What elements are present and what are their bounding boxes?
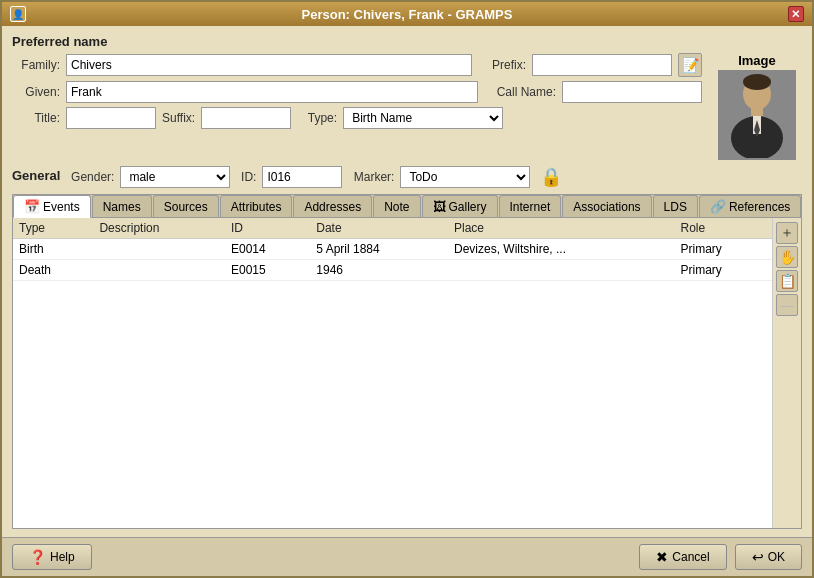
tab-lds-label: LDS (664, 200, 687, 214)
copy-event-button[interactable]: 📋 (776, 270, 798, 292)
tab-associations-label: Associations (573, 200, 640, 214)
tab-lds[interactable]: LDS (653, 195, 698, 217)
tab-events[interactable]: 📅 Events (13, 195, 91, 218)
preferred-name-section: Preferred name Family: Prefix: 📝 Given: (12, 34, 802, 160)
help-label: Help (50, 550, 75, 564)
col-id: ID (225, 218, 310, 239)
suffix-label: Suffix: (162, 111, 195, 125)
ok-label: OK (768, 550, 785, 564)
window-title: Person: Chivers, Frank - GRAMPS (302, 7, 513, 22)
tab-references[interactable]: 🔗 References (699, 195, 801, 217)
title-input[interactable] (66, 107, 156, 129)
tab-sources[interactable]: Sources (153, 195, 219, 217)
tab-note-label: Note (384, 200, 409, 214)
event-type: Birth (13, 239, 93, 260)
edit-event-button[interactable]: ✋ (776, 246, 798, 268)
cancel-label: Cancel (672, 550, 709, 564)
tab-gallery[interactable]: 🖼 Gallery (422, 195, 498, 217)
events-table-main: Type Description ID Date Place Role Birt… (13, 218, 773, 528)
col-description: Description (93, 218, 225, 239)
cancel-button[interactable]: ✖ Cancel (639, 544, 726, 570)
suffix-input[interactable] (201, 107, 291, 129)
prefix-label: Prefix: (478, 58, 526, 72)
tab-internet-label: Internet (510, 200, 551, 214)
tab-names-label: Names (103, 200, 141, 214)
edit-name-button[interactable]: 📝 (678, 53, 702, 77)
given-label: Given: (12, 85, 60, 99)
family-input[interactable] (66, 54, 472, 76)
lock-icon: 🔒 (540, 166, 562, 188)
tab-attributes[interactable]: Attributes (220, 195, 293, 217)
id-input[interactable] (262, 166, 342, 188)
title-label: Title: (12, 111, 60, 125)
add-event-button[interactable]: ＋ (776, 222, 798, 244)
tab-gallery-label: Gallery (449, 200, 487, 214)
events-table-area: Type Description ID Date Place Role Birt… (13, 218, 801, 528)
titlebar: 👤 Person: Chivers, Frank - GRAMPS ✕ (2, 2, 812, 26)
type-select[interactable]: Birth Name Also Known As Married Name Un… (343, 107, 503, 129)
id-label: ID: (236, 170, 256, 184)
tab-associations[interactable]: Associations (562, 195, 651, 217)
table-row[interactable]: Death E0015 1946 Primary (13, 260, 772, 281)
event-place (448, 260, 675, 281)
remove-event-button[interactable]: — (776, 294, 798, 316)
call-name-input[interactable] (562, 81, 702, 103)
cancel-icon: ✖ (656, 549, 668, 565)
ok-button[interactable]: ↩ OK (735, 544, 802, 570)
tab-addresses[interactable]: Addresses (293, 195, 372, 217)
type-label: Type: (297, 111, 337, 125)
prefix-input[interactable] (532, 54, 672, 76)
image-label: Image (738, 53, 776, 68)
gender-select[interactable]: male female unknown (120, 166, 230, 188)
event-id: E0014 (225, 239, 310, 260)
tab-references-label: References (729, 200, 790, 214)
table-row[interactable]: Birth E0014 5 April 1884 Devizes, Wiltsh… (13, 239, 772, 260)
references-icon: 🔗 (710, 199, 726, 214)
events-table: Type Description ID Date Place Role Birt… (13, 218, 772, 281)
tab-names[interactable]: Names (92, 195, 152, 217)
window-icon: 👤 (10, 6, 26, 22)
event-type: Death (13, 260, 93, 281)
image-box: Image (712, 53, 802, 160)
preferred-name-title: Preferred name (12, 34, 802, 49)
svg-rect-2 (751, 108, 763, 116)
tab-addresses-label: Addresses (304, 200, 361, 214)
event-role: Primary (675, 260, 772, 281)
tabs-area: 📅 Events Names Sources Attributes Addres… (12, 194, 802, 529)
close-button[interactable]: ✕ (788, 6, 804, 22)
event-role: Primary (675, 239, 772, 260)
tab-attributes-label: Attributes (231, 200, 282, 214)
events-icon: 📅 (24, 199, 40, 214)
col-type: Type (13, 218, 93, 239)
main-window: 👤 Person: Chivers, Frank - GRAMPS ✕ Pref… (0, 0, 814, 578)
tab-internet[interactable]: Internet (499, 195, 562, 217)
svg-point-5 (743, 74, 771, 90)
table-sidebar: ＋ ✋ 📋 — (773, 218, 801, 528)
given-input[interactable] (66, 81, 478, 103)
help-icon: ❓ (29, 549, 46, 565)
tab-note[interactable]: Note (373, 195, 420, 217)
marker-label: Marker: (348, 170, 394, 184)
family-label: Family: (12, 58, 60, 72)
help-button[interactable]: ❓ Help (12, 544, 92, 570)
tab-events-label: Events (43, 200, 80, 214)
ok-icon: ↩ (752, 549, 764, 565)
call-name-label: Call Name: (484, 85, 556, 99)
event-place: Devizes, Wiltshire, ... (448, 239, 675, 260)
general-section: General Gender: male female unknown ID: … (12, 166, 802, 188)
event-date: 1946 (310, 260, 448, 281)
event-id: E0015 (225, 260, 310, 281)
col-date: Date (310, 218, 448, 239)
col-place: Place (448, 218, 675, 239)
photo (718, 70, 796, 160)
name-form: Family: Prefix: 📝 Given: Call Name: (12, 53, 702, 160)
tab-sources-label: Sources (164, 200, 208, 214)
event-date: 5 April 1884 (310, 239, 448, 260)
gallery-icon: 🖼 (433, 199, 446, 214)
marker-select[interactable]: ToDo None Complete (400, 166, 530, 188)
general-title: General (12, 168, 60, 183)
event-description (93, 239, 225, 260)
col-role: Role (675, 218, 772, 239)
event-description (93, 260, 225, 281)
tab-bar: 📅 Events Names Sources Attributes Addres… (13, 195, 801, 218)
